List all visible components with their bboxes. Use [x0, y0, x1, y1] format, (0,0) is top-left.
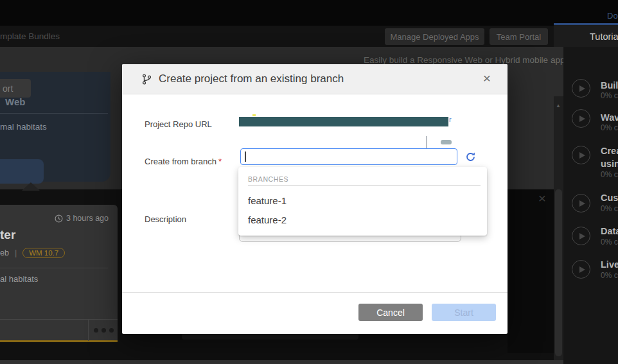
text-caret — [245, 152, 246, 162]
project-platform: eb — [0, 248, 9, 257]
tutorial-title: Data — [601, 226, 618, 236]
tutorial-progress: 0% co — [601, 271, 618, 280]
version-badge: WM 10.7 — [22, 248, 65, 258]
refresh-icon[interactable] — [465, 152, 476, 162]
tutorial-progress: 0% co — [601, 91, 618, 100]
template-bundles-tab[interactable]: mplate Bundles — [0, 31, 60, 41]
team-portal-button[interactable]: Team Portal — [490, 28, 548, 45]
cancel-button[interactable]: Cancel — [358, 304, 423, 321]
popover-arrow — [22, 182, 40, 191]
tutorial-progress: 0% co — [601, 204, 618, 213]
bottom-bar — [0, 360, 563, 364]
tutorial-progress: 0% co — [601, 170, 618, 179]
tutorial-sidebar: Build 0% co Wave 0% co Crea using 0% co … — [563, 47, 618, 364]
tutorial-title: Live — [601, 259, 618, 270]
more-horizontal-icon[interactable] — [94, 328, 114, 333]
card-divider — [0, 268, 108, 268]
branch-option-feature-1[interactable]: feature-1 — [248, 195, 287, 206]
dropdown-divider — [248, 186, 481, 186]
git-branch-icon — [142, 74, 152, 85]
dialog-title: Create project from an existing branch — [159, 73, 344, 85]
required-asterisk: * — [218, 157, 222, 166]
scrollbar-thumb[interactable] — [555, 189, 562, 356]
meta-separator: | — [15, 248, 17, 257]
menu-divider — [0, 113, 108, 114]
play-icon — [579, 200, 585, 207]
tab-tutorial[interactable]: Tutorial — [554, 23, 618, 47]
app-screen: Do mplate Bundles Manage Deployed Apps T… — [0, 0, 618, 364]
project-meta-row: eb | WM 10.7 — [0, 248, 65, 258]
create-project-dialog: Create project from an existing branch ×… — [122, 64, 508, 334]
background-element — [182, 334, 358, 340]
card-footer — [0, 319, 118, 340]
repo-url-tail: r — [449, 116, 452, 123]
secondary-header-bar: mplate Bundles Manage Deployed Apps Team… — [0, 26, 563, 47]
play-icon — [579, 116, 585, 122]
dropdown-group-header: BRANCHES — [248, 175, 288, 183]
hero-tagline: Easily build a Responsive Web or Hybrid … — [364, 55, 567, 65]
play-icon — [579, 266, 585, 273]
tutorial-title: Wave — [601, 112, 618, 123]
dialog-footer: Cancel Start — [122, 292, 508, 334]
play-icon — [579, 85, 585, 92]
tutorial-title: Cust — [601, 193, 618, 203]
platform-section-label: Web — [5, 96, 25, 107]
play-button[interactable] — [572, 194, 590, 212]
project-title: ter — [0, 228, 15, 242]
branch-input[interactable] — [240, 148, 457, 165]
tutorial-title: Crea — [601, 146, 618, 156]
dialog-header: Create project from an existing branch — [122, 64, 508, 94]
repo-url-label: Project Repo URL — [145, 119, 212, 129]
scroll-artifact — [426, 136, 427, 150]
play-button[interactable] — [572, 79, 590, 98]
clock-icon — [55, 214, 63, 223]
repo-url-selected-text[interactable] — [239, 117, 448, 126]
branch-option-feature-2[interactable]: feature-2 — [248, 214, 287, 225]
scroll-artifact — [441, 140, 452, 144]
branches-dropdown: BRANCHES feature-1 feature-2 — [238, 167, 487, 236]
close-icon[interactable]: × — [538, 191, 546, 206]
close-icon[interactable]: × — [483, 70, 491, 86]
play-icon — [579, 152, 585, 159]
start-button[interactable]: Start — [432, 304, 496, 321]
project-timestamp: 3 hours ago — [55, 214, 109, 223]
manage-deployed-apps-button[interactable]: Manage Deployed Apps — [385, 28, 484, 45]
tutorial-progress: 0% co — [601, 123, 618, 132]
footer-divider — [88, 320, 89, 341]
tutorial-title: Build — [601, 80, 618, 91]
top-header-bar: Do — [0, 0, 618, 26]
project-card-popover: 3 hours ago ter eb | WM 10.7 al habitats — [0, 205, 118, 342]
play-icon — [579, 233, 585, 239]
highlight-artifact — [252, 114, 256, 116]
description-label: Description — [145, 214, 186, 224]
import-button[interactable]: ort — [0, 79, 31, 98]
docs-link[interactable]: Do — [607, 11, 618, 21]
page-scrollbar[interactable]: ▲ — [554, 96, 563, 360]
tutorial-progress: 0% co — [601, 238, 618, 247]
scroll-up-icon[interactable]: ▲ — [556, 103, 561, 108]
selected-menu-item[interactable] — [0, 159, 44, 184]
project-menu-item[interactable]: mal habitats — [0, 122, 47, 132]
play-button[interactable] — [572, 109, 590, 128]
tutorial-title-line2: using — [601, 159, 618, 169]
play-button[interactable] — [572, 146, 590, 164]
branch-field-label: Create from branch* — [145, 157, 222, 166]
timestamp-text: 3 hours ago — [66, 214, 109, 223]
tab-tutorial-label: Tutorial — [590, 31, 618, 42]
background-overlay-panel: × — [508, 189, 554, 353]
play-button[interactable] — [572, 227, 590, 245]
project-description: al habitats — [0, 274, 38, 284]
play-button[interactable] — [572, 260, 590, 279]
